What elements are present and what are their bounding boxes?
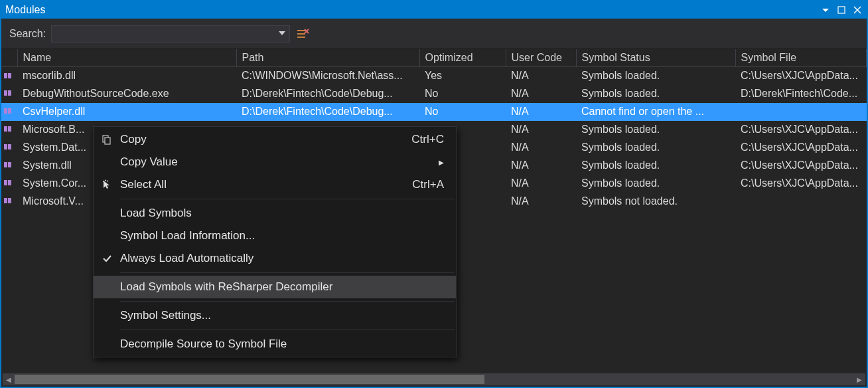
cell-path: D:\Derek\Fintech\Code\Debug...	[236, 103, 419, 121]
menu-separator	[120, 301, 455, 302]
svg-rect-21	[8, 162, 11, 167]
col-user-code[interactable]: User Code	[506, 49, 576, 67]
close-button[interactable]	[852, 5, 863, 15]
copy-icon	[94, 134, 120, 145]
cell-user-code: N/A	[506, 103, 576, 121]
svg-rect-10	[4, 73, 7, 78]
col-symbol-status[interactable]: Symbol Status	[576, 49, 735, 67]
menu-separator	[120, 330, 455, 330]
module-icon	[4, 88, 15, 100]
table-row[interactable]: DebugWithoutSourceCode.exeD:\Derek\Finte…	[1, 85, 867, 103]
svg-rect-19	[8, 144, 11, 149]
svg-rect-13	[8, 90, 11, 96]
cell-name: CsvHelper.dll	[17, 103, 236, 121]
menu-label: Load Symbols with ReSharper Decompiler	[120, 280, 444, 294]
menu-shortcut: Ctrl+C	[411, 133, 444, 146]
cell-path: D:\Derek\Fintech\Code\Debug...	[236, 85, 419, 103]
horizontal-scrollbar[interactable]: ◀ ▶	[3, 373, 865, 385]
cell-user-code: N/A	[506, 85, 576, 103]
cell-symbol-status: Symbols loaded.	[576, 67, 735, 85]
module-icon	[4, 177, 15, 189]
context-menu: CopyCtrl+CCopy Value▶Select AllCtrl+ALoa…	[93, 126, 457, 357]
menu-separator	[120, 199, 455, 199]
svg-point-29	[103, 181, 104, 182]
maximize-button[interactable]	[836, 5, 847, 15]
svg-rect-11	[8, 73, 11, 78]
menu-label: Load Symbols	[120, 207, 444, 220]
cell-symbol-file	[735, 193, 867, 211]
table-row[interactable]: CsvHelper.dllD:\Derek\Fintech\Code\Debug…	[1, 103, 867, 121]
menu-item[interactable]: Symbol Settings...	[94, 304, 456, 327]
scroll-track[interactable]	[15, 373, 853, 385]
menu-item[interactable]: Decompile Source to Symbol File	[94, 333, 456, 355]
menu-item[interactable]: Copy Value▶	[94, 151, 456, 173]
svg-point-31	[107, 181, 108, 182]
svg-rect-15	[8, 108, 11, 114]
window-title: Modules	[5, 4, 45, 16]
table-row[interactable]: mscorlib.dllC:\WINDOWS\Microsoft.Net\ass…	[1, 67, 867, 85]
clear-search-button[interactable]	[295, 26, 311, 42]
check-icon	[94, 253, 120, 264]
module-icon	[4, 106, 15, 118]
menu-label: Select All	[120, 178, 396, 191]
submenu-arrow-icon: ▶	[439, 159, 444, 166]
cell-symbol-status: Symbols loaded.	[576, 175, 735, 193]
cell-user-code: N/A	[506, 121, 576, 139]
scroll-right-button[interactable]: ▶	[853, 373, 865, 385]
scroll-thumb[interactable]	[15, 375, 484, 384]
menu-item[interactable]: Always Load Automatically	[94, 247, 456, 270]
menu-label: Copy	[120, 133, 396, 146]
cell-user-code: N/A	[506, 67, 576, 85]
cell-symbol-file: D:\Derek\Fintech\Code...	[735, 85, 867, 103]
menu-label: Decompile Source to Symbol File	[120, 338, 444, 351]
window-menu-icon[interactable]	[820, 5, 831, 15]
cell-symbol-status: Cannot find or open the ...	[576, 103, 735, 121]
cell-symbol-status: Symbols loaded.	[576, 121, 735, 139]
svg-rect-24	[4, 198, 7, 203]
svg-rect-14	[4, 108, 7, 114]
svg-marker-4	[279, 31, 285, 35]
menu-item[interactable]: CopyCtrl+C	[94, 128, 456, 151]
cell-symbol-file: C:\Users\XJC\AppData...	[735, 67, 867, 85]
svg-rect-25	[8, 198, 11, 203]
cell-optimized: No	[419, 103, 506, 121]
svg-rect-22	[4, 180, 7, 185]
cell-symbol-status: Symbols loaded.	[576, 139, 735, 157]
module-icon	[4, 195, 15, 207]
menu-label: Always Load Automatically	[120, 252, 444, 265]
svg-rect-23	[8, 180, 11, 185]
svg-marker-0	[822, 9, 829, 12]
col-symbol-file[interactable]: Symbol File	[735, 49, 867, 67]
module-icon	[4, 142, 15, 153]
svg-rect-12	[4, 90, 7, 96]
col-path[interactable]: Path	[236, 49, 419, 67]
svg-marker-28	[104, 181, 109, 189]
cell-user-code: N/A	[506, 139, 576, 157]
menu-item[interactable]: Symbol Load Information...	[94, 225, 456, 247]
table-header-row: Name Path Optimized User Code Symbol Sta…	[1, 49, 867, 67]
cell-path: C:\WINDOWS\Microsoft.Net\ass...	[236, 67, 419, 85]
cell-symbol-status: Symbols loaded.	[576, 85, 735, 103]
cell-optimized: No	[419, 85, 506, 103]
search-input[interactable]	[51, 25, 290, 43]
cell-symbol-file: C:\Users\XJC\AppData...	[735, 175, 867, 193]
menu-item[interactable]: Select AllCtrl+A	[94, 173, 456, 196]
window-controls	[820, 5, 863, 15]
module-icon	[4, 124, 15, 136]
search-label: Search:	[9, 28, 46, 40]
cell-symbol-file: C:\Users\XJC\AppData...	[735, 157, 867, 175]
cursor-icon	[94, 179, 120, 190]
cell-symbol-file: C:\Users\XJC\AppData...	[735, 139, 867, 157]
cell-user-code: N/A	[506, 193, 576, 211]
titlebar: Modules	[1, 1, 867, 19]
chevron-down-icon[interactable]	[279, 30, 285, 37]
cell-user-code: N/A	[506, 175, 576, 193]
modules-window: Modules Search:	[0, 0, 868, 388]
col-name[interactable]: Name	[17, 49, 236, 67]
scroll-left-button[interactable]: ◀	[3, 373, 15, 385]
svg-rect-27	[105, 138, 110, 144]
menu-item[interactable]: Load Symbols	[94, 202, 456, 225]
menu-item[interactable]: Load Symbols with ReSharper Decompiler	[94, 276, 456, 298]
col-optimized[interactable]: Optimized	[419, 49, 506, 67]
menu-label: Copy Value	[120, 155, 439, 169]
